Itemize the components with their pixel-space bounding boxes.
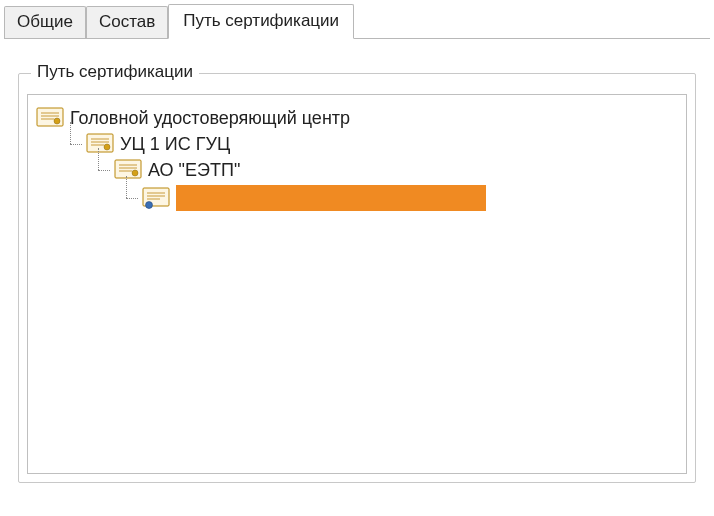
tree-node-root[interactable]: Головной удостоверяющий центр <box>36 105 678 131</box>
certificate-icon <box>114 159 142 181</box>
tab-certpath[interactable]: Путь сертификации <box>168 4 354 39</box>
tree-label-lvl3-redacted <box>176 185 486 211</box>
tab-bar: Общие Состав Путь сертификации <box>4 4 710 39</box>
certificate-dialog: Общие Состав Путь сертификации Путь серт… <box>0 0 714 516</box>
tree-connector-icon <box>92 160 112 180</box>
tab-general[interactable]: Общие <box>4 6 86 38</box>
svg-point-14 <box>132 170 138 176</box>
certificate-icon <box>36 107 64 129</box>
tree-node-lvl2[interactable]: АО "ЕЭТП" <box>92 157 678 183</box>
tree-node-lvl1[interactable]: УЦ 1 ИС ГУЦ <box>64 131 678 157</box>
tree-connector-icon <box>120 188 140 208</box>
certificate-icon <box>142 187 170 209</box>
cert-tree[interactable]: Головной удостоверяющий центр <box>27 94 687 474</box>
certpath-fieldset: Путь сертификации Головной удостоверяющи <box>18 73 696 483</box>
tree-label-lvl1: УЦ 1 ИС ГУЦ <box>120 134 230 155</box>
svg-point-9 <box>104 144 110 150</box>
tree-node-lvl3-selected[interactable] <box>120 183 678 213</box>
tab-content: Путь сертификации Головной удостоверяющи <box>4 39 710 493</box>
svg-point-4 <box>54 118 60 124</box>
fieldset-legend: Путь сертификации <box>31 62 199 82</box>
tree-label-root: Головной удостоверяющий центр <box>70 108 350 129</box>
certificate-icon <box>86 133 114 155</box>
tree-connector-icon <box>64 134 84 154</box>
tab-details[interactable]: Состав <box>86 6 168 38</box>
tree-label-lvl2: АО "ЕЭТП" <box>148 160 240 181</box>
svg-point-19 <box>146 202 153 209</box>
